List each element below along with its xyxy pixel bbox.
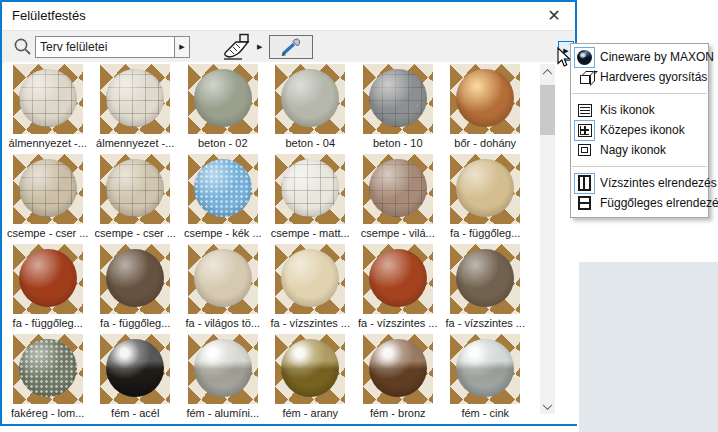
material-thumbnail xyxy=(450,244,520,314)
material-sphere xyxy=(369,339,427,397)
material-item[interactable]: fém - bronz xyxy=(354,334,442,424)
dialog-title: Felületfestés xyxy=(12,8,86,23)
material-name: csempe - cser ... xyxy=(95,227,176,239)
material-item[interactable]: fém - alumíni... xyxy=(179,334,267,424)
view-options-menu: Cineware by MAXON Hardveres gyorsítás Ki… xyxy=(570,43,709,218)
material-name: csempe - vilá... xyxy=(361,227,435,239)
material-thumbnail xyxy=(363,64,433,134)
material-sphere xyxy=(369,159,427,217)
material-sphere xyxy=(281,159,339,217)
hsplit-icon-frame xyxy=(575,194,594,213)
material-item[interactable]: bőr - dohány xyxy=(442,64,530,154)
dropdown-arrow-icon: ▶ xyxy=(179,43,184,51)
material-item[interactable]: fém - arany xyxy=(267,334,355,424)
material-item[interactable]: csempe - cser ... xyxy=(92,154,180,244)
material-thumbnail xyxy=(275,154,345,224)
menu-item-label: Közepes ikonok xyxy=(600,123,685,137)
search-dropdown-button[interactable]: ▶ xyxy=(174,36,190,58)
material-item[interactable]: fém - cink xyxy=(442,334,530,424)
material-item[interactable]: fa - függőleg... xyxy=(442,154,530,244)
search-input[interactable] xyxy=(35,36,174,58)
cineware-icon-frame xyxy=(575,48,594,67)
material-name: fakéreg - lom... xyxy=(11,407,84,419)
scroll-down-button[interactable] xyxy=(540,398,555,414)
material-name: álmennyezet -... xyxy=(9,137,87,149)
menu-item[interactable]: Kis ikonok xyxy=(571,100,708,120)
cube-icon-frame xyxy=(575,68,594,87)
material-name: álmennyezet -... xyxy=(96,137,174,149)
material-thumbnail xyxy=(275,64,345,134)
paintbrush-icon xyxy=(222,33,254,61)
list-icon-frame xyxy=(575,101,594,120)
material-name: csempe - matt... xyxy=(271,227,350,239)
scrollbar[interactable] xyxy=(540,64,555,414)
paint-tool[interactable]: ▶ xyxy=(222,33,262,61)
material-item[interactable]: csempe - matt... xyxy=(267,154,355,244)
material-list: álmennyezet -... álmennyezet -... beton … xyxy=(4,62,577,424)
material-sphere xyxy=(106,249,164,307)
scroll-up-button[interactable] xyxy=(540,64,555,80)
material-name: beton - 04 xyxy=(285,137,335,149)
scrollbar-thumb[interactable] xyxy=(540,85,555,135)
menu-item[interactable]: Közepes ikonok xyxy=(571,120,708,140)
material-thumbnail xyxy=(450,334,520,404)
material-thumbnail xyxy=(188,334,258,404)
close-button[interactable]: ✕ xyxy=(537,2,571,29)
material-thumbnail xyxy=(450,64,520,134)
menu-item[interactable]: Függőleges elrendezés xyxy=(571,193,708,213)
material-item[interactable]: fa - vízszintes ... xyxy=(442,244,530,334)
material-sphere xyxy=(194,249,252,307)
surface-paint-dialog: Felületfestés ✕ ▶ xyxy=(0,0,577,426)
material-thumbnail xyxy=(13,64,83,134)
material-item[interactable]: álmennyezet -... xyxy=(4,64,92,154)
material-sphere xyxy=(281,69,339,127)
material-thumbnail xyxy=(100,64,170,134)
menu-item[interactable]: Nagy ikonok xyxy=(571,140,708,160)
brush-dropdown-arrow-icon[interactable]: ▶ xyxy=(257,43,262,51)
material-item[interactable]: csempe - vilá... xyxy=(354,154,442,244)
material-thumbnail xyxy=(13,154,83,224)
material-grid: álmennyezet -... álmennyezet -... beton … xyxy=(4,64,529,424)
material-item[interactable]: csempe - kék ... xyxy=(179,154,267,244)
vsplit-icon xyxy=(578,175,591,191)
material-item[interactable]: fa - vízszintes ... xyxy=(354,244,442,334)
menu-item[interactable]: Hardveres gyorsítás xyxy=(571,67,708,87)
screen: Felületfestés ✕ ▶ xyxy=(0,0,718,432)
material-sphere xyxy=(19,339,77,397)
material-item[interactable]: beton - 04 xyxy=(267,64,355,154)
material-name: fa - függőleg... xyxy=(13,317,83,329)
material-item[interactable]: fa - függőleg... xyxy=(92,244,180,334)
flyout-arrow-icon: ▶ xyxy=(563,47,568,55)
material-item[interactable]: fém - acél xyxy=(92,334,180,424)
material-item[interactable]: fa - világos tö... xyxy=(179,244,267,334)
material-name: fa - vízszintes ... xyxy=(446,317,525,329)
menu-item[interactable]: Cineware by MAXON xyxy=(571,47,708,67)
material-thumbnail xyxy=(363,154,433,224)
material-name: fa - világos tö... xyxy=(185,317,260,329)
material-sphere xyxy=(194,159,252,217)
material-sphere xyxy=(194,339,252,397)
eyedropper-button[interactable] xyxy=(269,35,313,59)
material-name: bőr - dohány xyxy=(454,137,516,149)
material-item[interactable]: fa - vízszintes ... xyxy=(267,244,355,334)
material-name: fa - függőleg... xyxy=(100,317,170,329)
material-sphere xyxy=(456,69,514,127)
material-sphere xyxy=(456,249,514,307)
material-name: fém - alumíni... xyxy=(186,407,259,419)
material-name: csempe - cser ... xyxy=(7,227,88,239)
material-item[interactable]: beton - 02 xyxy=(179,64,267,154)
material-name: fém - bronz xyxy=(370,407,426,419)
material-thumbnail xyxy=(363,334,433,404)
material-item[interactable]: fakéreg - lom... xyxy=(4,334,92,424)
material-item[interactable]: fa - függőleg... xyxy=(4,244,92,334)
titlebar: Felületfestés ✕ xyxy=(2,2,575,31)
menu-item[interactable]: Vízszintes elrendezés xyxy=(571,173,708,193)
material-sphere xyxy=(106,69,164,127)
material-name: fa - függőleg... xyxy=(450,227,520,239)
material-item[interactable]: beton - 10 xyxy=(354,64,442,154)
material-item[interactable]: csempe - cser ... xyxy=(4,154,92,244)
material-item[interactable]: álmennyezet -... xyxy=(92,64,180,154)
material-name: fém - acél xyxy=(111,407,159,419)
material-thumbnail xyxy=(100,244,170,314)
material-thumbnail xyxy=(188,64,258,134)
